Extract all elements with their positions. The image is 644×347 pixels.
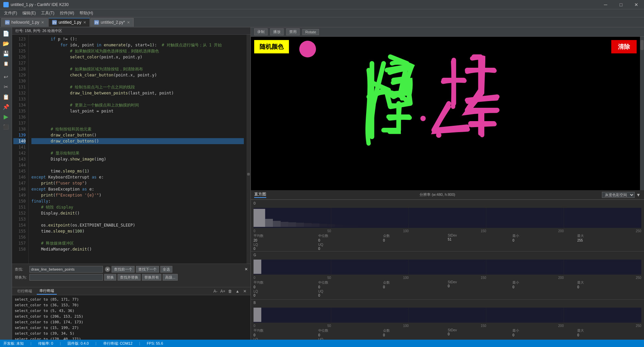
- tab-close-untitled2[interactable]: ✕: [127, 20, 130, 25]
- svg-rect-6: [254, 209, 265, 227]
- hist-axis-g: 0 50 100 150 200 250: [251, 276, 644, 280]
- console-line: select_color to (100, 174, 173): [15, 319, 248, 325]
- minimize-button[interactable]: ─: [598, 0, 613, 9]
- find-input[interactable]: [29, 266, 103, 273]
- status-firmware: 固件版: 0.4.0: [67, 341, 89, 346]
- close-button[interactable]: ✕: [629, 0, 644, 9]
- hist-grid-svg-b: [254, 308, 641, 323]
- code-container[interactable]: 123124125126 127128129130 131132133134 1…: [12, 35, 251, 264]
- line-numbers: 123124125126 127128129130 131132133134 1…: [12, 35, 29, 264]
- console-clear[interactable]: 🗑: [227, 288, 233, 294]
- stat-mean-b: 平均数 0: [254, 328, 318, 337]
- console-tab-serial[interactable]: 行行终端: [15, 288, 35, 294]
- editor-status-text: 行号: 158, 列号: 26 绘画中区: [15, 28, 62, 33]
- editor-scrollbar[interactable]: [247, 35, 251, 264]
- stat-min-b: 最小 0: [512, 328, 577, 337]
- stat-uq-g: UQ 0: [318, 290, 382, 297]
- sidebar-undo[interactable]: ↩: [1, 72, 11, 81]
- svg-rect-24: [254, 260, 261, 274]
- stat-stdev-g: StDev 0: [448, 280, 512, 289]
- sidebar-copy[interactable]: 📋: [1, 92, 11, 101]
- app-icon: [3, 2, 9, 7]
- stat-min-g: 最小 0: [512, 280, 577, 289]
- menu-help[interactable]: 帮助(H): [77, 10, 96, 17]
- title-bar: untitled_1.py - CanMV IDE K230 ─ □ ✕: [0, 0, 644, 9]
- play-button[interactable]: 播放: [270, 28, 284, 35]
- tab-close-helloworld[interactable]: ✕: [41, 20, 44, 25]
- tab-untitled1[interactable]: py untitled_1.py ✕: [48, 18, 90, 27]
- code-editor[interactable]: if p != (): for idx, point in enumerate(…: [29, 35, 247, 264]
- console-collapse[interactable]: ✕: [242, 288, 248, 294]
- advanced-button[interactable]: 高级...: [163, 274, 178, 281]
- stat-lq-0: LQ 0: [254, 243, 318, 251]
- tab-label-1: untitled_1.py: [58, 20, 81, 25]
- clear-button[interactable]: 清除: [611, 40, 637, 53]
- console-icons: A- A+ 🗑 ▲ ✕: [212, 288, 248, 294]
- sidebar-paste[interactable]: 📌: [1, 102, 11, 111]
- canvas-image: 随机颜色 清除: [251, 37, 640, 190]
- tab-label: helloworld_1.py: [11, 20, 39, 25]
- stat-median-b: 中位数 0: [318, 328, 382, 337]
- find-close-icon[interactable]: ✕: [245, 267, 248, 272]
- hist-channel-label-b: B: [251, 300, 644, 306]
- menu-controls[interactable]: 控件(W): [57, 10, 77, 17]
- find-all-button[interactable]: 全选: [160, 266, 172, 273]
- svg-rect-15: [327, 224, 335, 227]
- replace-input[interactable]: [29, 274, 103, 281]
- svg-rect-9: [281, 222, 288, 227]
- canvas-scrollbar-thumb[interactable]: [640, 40, 644, 50]
- use-button[interactable]: 禁用: [286, 28, 300, 35]
- svg-rect-11: [296, 223, 304, 227]
- console-expand[interactable]: ▲: [234, 288, 240, 294]
- find-label: 查找:: [15, 267, 28, 272]
- hist-stats-g: 平均数 0 中位数 0 众数 0 StDev 0: [251, 280, 644, 298]
- find-next-button[interactable]: 查找下一个: [136, 266, 159, 273]
- find-bar: 查找: ✕ 查找前一个 查找下一个 全选 ✕ 替换为: 替换 查找并替换 替换所…: [12, 264, 251, 287]
- menu-edit[interactable]: 编辑(E): [20, 10, 38, 17]
- svg-rect-31: [261, 321, 641, 322]
- maximize-button[interactable]: □: [613, 0, 629, 9]
- record-button[interactable]: 录制: [254, 28, 268, 35]
- stat-uq-0: UQ 0: [318, 243, 382, 251]
- sidebar-save[interactable]: 💾: [1, 49, 11, 58]
- sidebar-open[interactable]: 📂: [1, 39, 11, 48]
- stat-stdev-0: StDev 51: [448, 234, 512, 242]
- editor-area: 行号: 158, 列号: 26 绘画中区 123124125126 127128…: [12, 27, 251, 347]
- tab-close-untitled1[interactable]: ✕: [83, 20, 86, 25]
- console-font-inc[interactable]: A+: [220, 288, 226, 294]
- console-line: select_color to (39, 34, 5): [15, 331, 248, 336]
- hist-chart-g: [254, 260, 641, 275]
- replace-and-find-button[interactable]: 查找并替换: [118, 274, 141, 281]
- menu-file[interactable]: 文件(F): [1, 10, 20, 17]
- console-font-dec[interactable]: A-: [212, 288, 218, 294]
- random-color-button[interactable]: 随机颜色: [254, 40, 289, 53]
- sidebar-scissors[interactable]: ✂: [1, 82, 11, 91]
- scrollbar-thumb[interactable]: [247, 173, 250, 176]
- stat-mode-b: 众数 0: [383, 328, 447, 337]
- sidebar-save-as[interactable]: 📋: [1, 59, 11, 68]
- tab-helloworld[interactable]: py helloworld_1.py ✕: [1, 18, 48, 27]
- canvas-scrollbar[interactable]: [640, 37, 644, 190]
- histogram-tab[interactable]: 直方图: [254, 192, 266, 198]
- tab-untitled2[interactable]: py untitled_2.py* ✕: [91, 18, 134, 27]
- status-transfer: 传输率: 0: [38, 341, 53, 346]
- console-tab-line[interactable]: 串行终端: [37, 288, 57, 295]
- rotate-button[interactable]: Rotate: [302, 29, 319, 35]
- console-line: select_color to (36, 153, 70): [15, 302, 248, 308]
- histogram-content: 0: [251, 200, 644, 347]
- stat-mode-g: 众数 0: [383, 280, 447, 289]
- histogram-dropdown[interactable]: 灰度色彩空间 RGB色彩空间: [602, 192, 635, 198]
- console-line: select_color to (5, 43, 36): [15, 308, 248, 314]
- stat-mean-0: 平均数 20: [254, 234, 318, 242]
- menu-tools[interactable]: 工具(T): [38, 10, 57, 17]
- replace-all-button[interactable]: 替换所有: [142, 274, 161, 281]
- histogram-expand-icon[interactable]: ▼: [636, 192, 641, 198]
- sidebar-run[interactable]: ▶: [1, 112, 11, 121]
- stat-median-0: 中位数 0: [318, 234, 382, 242]
- find-prev-button[interactable]: 查找前一个: [112, 266, 135, 273]
- sidebar-stop[interactable]: ⬛: [1, 122, 11, 131]
- replace-button[interactable]: 替换: [104, 274, 116, 281]
- find-clear-button[interactable]: ✕: [105, 267, 110, 272]
- hist-channel-label-g: G: [251, 252, 644, 258]
- sidebar-new-file[interactable]: 📄: [1, 29, 11, 38]
